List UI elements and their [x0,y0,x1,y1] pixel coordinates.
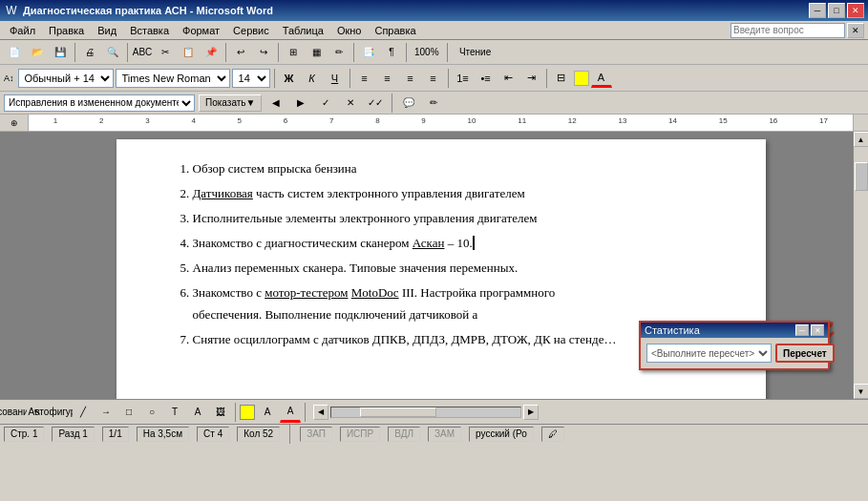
menu-view[interactable]: Вид [92,23,122,38]
ruler-numbers: 1234567891011121314151617 [29,116,853,125]
menu-file[interactable]: Файл [4,23,41,38]
lang-status: русский (Ро [469,427,534,442]
open-btn[interactable]: 📂 [27,42,48,63]
scroll-thumb[interactable] [855,162,868,191]
bullets-btn[interactable]: •≡ [476,69,497,88]
close-btn[interactable]: ✕ [847,3,864,18]
new-doc-btn[interactable]: 📄 [4,42,25,63]
prev-change-btn[interactable]: ◀ [265,93,286,114]
bold-btn[interactable]: Ж [279,69,300,88]
arrow-btn[interactable]: → [95,402,116,423]
line-color-btn[interactable]: A [257,402,278,423]
size-select[interactable]: 14 [232,69,270,88]
zam-status: ЗАМ [428,427,461,442]
justify-btn[interactable]: ≡ [423,69,444,88]
search-close-btn[interactable]: ✕ [847,23,864,38]
align-center-btn[interactable]: ≡ [377,69,398,88]
underline-btn[interactable]: Ч [325,69,346,88]
align-left-btn[interactable]: ≡ [354,69,375,88]
copy-btn[interactable]: 📋 [178,42,199,63]
stats-close-btn[interactable]: ✕ [811,324,824,336]
ruler-left: ⊕ [0,115,29,131]
redo-btn[interactable]: ↪ [253,42,274,63]
menu-insert[interactable]: Вставка [124,23,175,38]
stats-dropdown[interactable]: <Выполните пересчет> [646,344,772,363]
menu-service[interactable]: Сервис [227,23,275,38]
col-status: Кол 52 [237,427,280,442]
menu-table[interactable]: Таблица [277,23,329,38]
draw-menu-btn[interactable]: Рисование▼ [4,402,25,423]
doc-list: Обзор систем впрыска бензина Датчиковая … [174,158,709,350]
menu-bar: Файл Правка Вид Вставка Формат Сервис Та… [0,21,868,40]
stats-recalc-btn[interactable]: Пересчет [775,344,835,363]
menu-format[interactable]: Формат [177,23,225,38]
accept-all-btn[interactable]: ✓✓ [365,93,386,114]
cut-btn[interactable]: ✂ [155,42,176,63]
left-edge [0,132,29,399]
outside-borders-btn[interactable]: ⊟ [551,69,572,88]
show-btn[interactable]: Показать▼ [199,94,262,112]
scroll-up-btn[interactable]: ▲ [854,132,869,147]
undo-btn[interactable]: ↩ [230,42,251,63]
maximize-btn[interactable]: □ [828,3,845,18]
draw-sep-1 [235,403,236,422]
ellipse-btn[interactable]: ○ [141,402,162,423]
stats-min-btn[interactable]: ─ [795,324,809,336]
draw-btn[interactable]: ✏ [328,42,349,63]
stats-controls[interactable]: ─ ✕ [795,324,824,336]
drawing-toolbar: Рисование▼ ↖ Автофигуры▼ ╱ → □ ○ T A 🖼 A… [0,399,868,424]
clipart-btn[interactable]: 🖼 [210,402,231,423]
menu-help[interactable]: Справка [369,23,421,38]
next-change-btn[interactable]: ▶ [290,93,311,114]
scroll-down-btn[interactable]: ▼ [854,384,869,399]
h-scroll-thumb[interactable] [360,407,436,417]
paste-btn[interactable]: 📌 [201,42,222,63]
docmap-btn[interactable]: 📑 [358,42,379,63]
formatting-toolbar: A↕ Обычный + 14 пт. Times New Roman 14 Ж… [0,65,868,92]
accept-btn[interactable]: ✓ [315,93,336,114]
reject-btn[interactable]: ✕ [340,93,361,114]
list-item: Знакомство с диагностическим сканером Ас… [193,233,709,254]
font-select[interactable]: Times New Roman [116,69,230,88]
minimize-btn[interactable]: ─ [809,3,826,18]
h-scrollbar-track[interactable] [330,407,521,418]
font-color-btn2[interactable]: A [280,402,301,423]
print-btn[interactable]: 🖨 [79,42,100,63]
reading-btn[interactable]: Чтение [452,42,499,63]
ispr-status: ИСПР [340,427,380,442]
highlight-btn[interactable] [574,71,589,86]
list-item: Обзор систем впрыска бензина [193,158,709,179]
search-input[interactable] [730,23,845,38]
preview-btn[interactable]: 🔍 [102,42,123,63]
style-select[interactable]: Обычный + 14 пт. [18,69,114,88]
scroll-right-btn[interactable]: ▶ [523,405,539,420]
show-btn[interactable]: ¶ [381,42,402,63]
col-btn[interactable]: ▦ [306,42,327,63]
table-btn[interactable]: ⊞ [283,42,304,63]
comment-btn[interactable]: 💬 [398,93,419,114]
save-btn[interactable]: 💾 [50,42,71,63]
textbox-btn[interactable]: T [164,402,185,423]
doc-scroll: Обзор систем впрыска бензина Датчиковая … [29,132,853,399]
autoshapes-btn[interactable]: Автофигуры▼ [50,402,71,423]
italic-btn[interactable]: К [302,69,323,88]
track-select[interactable]: Исправления в измененном документе [4,94,195,112]
rect-btn[interactable]: □ [118,402,139,423]
align-right-btn[interactable]: ≡ [400,69,421,88]
fill-color-btn[interactable] [240,405,255,420]
scroll-left-btn[interactable]: ◀ [313,405,328,420]
font-color-btn[interactable]: A [591,69,612,88]
menu-edit[interactable]: Правка [43,23,90,38]
wordart-btn[interactable]: A [187,402,208,423]
menu-window[interactable]: Окно [331,23,368,38]
main-toolbar: 📄 📂 💾 🖨 🔍 ABC ✂ 📋 📌 ↩ ↪ ⊞ ▦ ✏ 📑 ¶ 100% Ч… [0,40,868,65]
vertical-scrollbar[interactable]: ▲ ▼ [853,132,868,399]
spell-btn[interactable]: ABC [132,42,153,63]
decrease-indent-btn[interactable]: ⇤ [498,69,519,88]
line-btn[interactable]: ╱ [73,402,94,423]
increase-indent-btn[interactable]: ⇥ [521,69,542,88]
ink-comment-btn[interactable]: ✏ [423,93,444,114]
numbering-btn[interactable]: 1≡ [453,69,474,88]
title-controls[interactable]: ─ □ ✕ [809,3,864,18]
tb-sep-4 [278,43,279,62]
